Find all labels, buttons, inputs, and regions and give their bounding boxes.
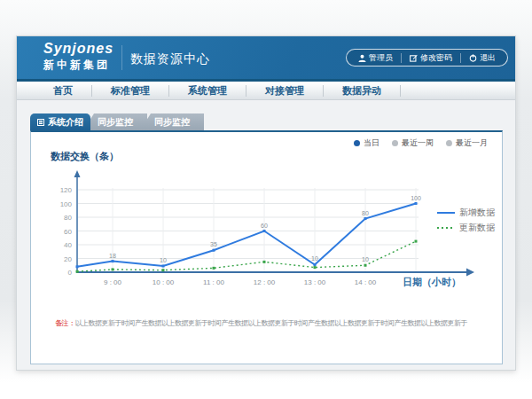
change-password-button[interactable]: 修改密码 <box>402 52 460 64</box>
user-icon <box>358 54 366 62</box>
svg-text:80: 80 <box>362 210 369 216</box>
svg-text:9 : 00: 9 : 00 <box>104 278 122 286</box>
svg-text:12 : 00: 12 : 00 <box>254 278 276 286</box>
svg-text:日期（小时）: 日期（小时） <box>403 277 461 288</box>
nav-item-interface-mgmt[interactable]: 对接管理 <box>246 85 324 97</box>
tab-label: 同步监控 <box>98 116 133 129</box>
svg-text:120: 120 <box>60 186 73 194</box>
tab-bar: 系统介绍 同步监控 同步监控 <box>30 113 204 130</box>
page-title: 数据资源中心 <box>130 51 210 67</box>
user-toolbar: 管理员 修改密码 退出 <box>346 49 508 66</box>
logo-text-cn: 新中新集团 <box>43 58 113 73</box>
svg-text:20: 20 <box>64 255 72 263</box>
desktop-background: Synjones 新中新集团 数据资源中心 管理员 修改密码 退出 <box>0 0 532 399</box>
chart-panel: 当日 最近一周 最近一月 数据交换（条） 0204060801001209 : … <box>30 130 503 364</box>
logo-text-en: Synjones <box>43 41 113 57</box>
svg-text:100: 100 <box>411 195 421 201</box>
footnote-text: 以上数据更新于时间产生数据以上数据更新于时间产生数据以上数据更新于时间产生数据以… <box>75 319 468 327</box>
svg-text:10: 10 <box>160 257 167 263</box>
user-label: 管理员 <box>369 52 393 64</box>
svg-text:10: 10 <box>362 256 369 262</box>
logout-icon <box>469 54 477 62</box>
user-menu[interactable]: 管理员 <box>350 52 401 64</box>
nav-item-system-mgmt[interactable]: 系统管理 <box>169 85 246 97</box>
document-icon <box>37 119 44 126</box>
tab-label: 同步监控 <box>154 116 190 129</box>
logout-button[interactable]: 退出 <box>461 52 504 64</box>
nav-item-standard-mgmt[interactable]: 标准管理 <box>92 85 169 97</box>
main-nav: 首页 标准管理 系统管理 对接管理 数据异动 <box>17 79 515 100</box>
svg-text:35: 35 <box>210 241 217 247</box>
app-header: Synjones 新中新集团 数据资源中心 管理员 修改密码 退出 <box>17 36 515 79</box>
svg-text:13 : 00: 13 : 00 <box>304 278 326 286</box>
svg-text:60: 60 <box>64 228 72 236</box>
tab-sync-monitor-2[interactable]: 同步监控 <box>140 113 204 130</box>
svg-text:60: 60 <box>261 223 268 229</box>
svg-text:0: 0 <box>68 269 73 277</box>
svg-text:14 : 00: 14 : 00 <box>355 278 377 286</box>
svg-text:10: 10 <box>311 255 318 262</box>
change-password-label: 修改密码 <box>420 52 452 64</box>
logout-label: 退出 <box>480 52 496 64</box>
svg-text:10 : 00: 10 : 00 <box>153 278 175 286</box>
tab-label: 系统介绍 <box>48 116 83 129</box>
nav-item-data-change[interactable]: 数据异动 <box>324 85 401 97</box>
company-logo: Synjones 新中新集团 <box>43 41 113 73</box>
footnote-prefix: 备注： <box>55 319 75 327</box>
line-chart: 0204060801001209 : 0010 : 0011 : 0012 : … <box>31 132 504 366</box>
svg-text:11 : 00: 11 : 00 <box>203 278 224 286</box>
svg-text:新增数据: 新增数据 <box>459 207 496 217</box>
edit-icon <box>410 54 418 62</box>
svg-text:40: 40 <box>64 241 72 249</box>
tab-sync-monitor-1[interactable]: 同步监控 <box>83 113 147 130</box>
header-divider <box>121 45 122 70</box>
footnote: 备注：以上数据更新于时间产生数据以上数据更新于时间产生数据以上数据更新于时间产生… <box>55 318 497 328</box>
svg-text:更新数据: 更新数据 <box>459 223 496 232</box>
svg-text:80: 80 <box>64 214 72 222</box>
nav-item-home[interactable]: 首页 <box>35 85 92 97</box>
app-window: Synjones 新中新集团 数据资源中心 管理员 修改密码 退出 <box>16 35 516 371</box>
svg-text:18: 18 <box>109 253 116 259</box>
svg-text:100: 100 <box>60 200 73 208</box>
tab-system-intro[interactable]: 系统介绍 <box>30 113 90 130</box>
